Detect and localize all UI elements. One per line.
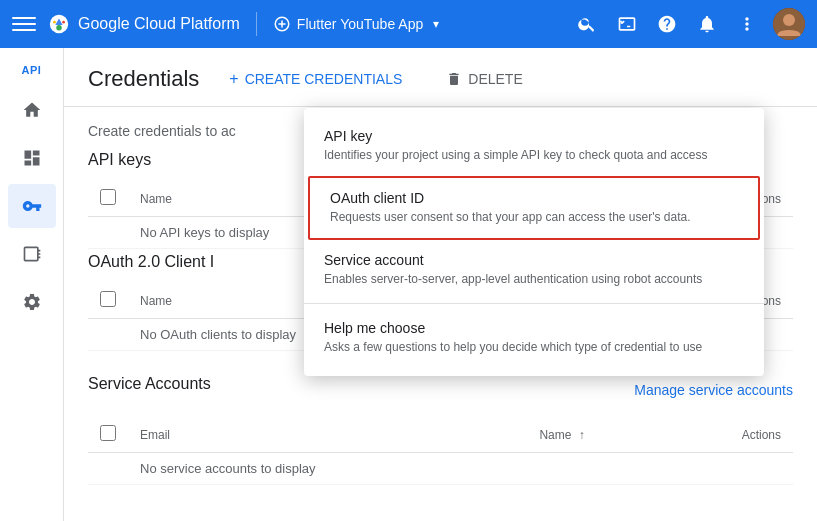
credentials-dropdown: API key Identifies your project using a … xyxy=(304,108,764,376)
dropdown-oauth-desc: Requests user consent so that your app c… xyxy=(330,209,738,226)
project-dropdown-arrow: ▾ xyxy=(433,17,439,31)
create-credentials-label: CREATE CREDENTIALS xyxy=(245,71,403,87)
main-content: Credentials + CREATE CREDENTIALS DELETE … xyxy=(64,48,817,521)
delete-label: DELETE xyxy=(468,71,522,87)
manage-service-accounts-link[interactable]: Manage service accounts xyxy=(634,382,793,398)
main-header: Credentials + CREATE CREDENTIALS DELETE xyxy=(64,48,817,107)
gcp-logo-icon xyxy=(48,13,70,35)
svg-point-6 xyxy=(783,14,795,26)
topbar-logo: Google Cloud Platform xyxy=(48,13,240,35)
sidebar-item-integrations[interactable] xyxy=(8,232,56,276)
sidebar-item-settings[interactable] xyxy=(8,280,56,324)
topbar-divider xyxy=(256,12,257,36)
delete-icon xyxy=(446,71,462,87)
dropdown-item-api-key[interactable]: API key Identifies your project using a … xyxy=(304,116,764,176)
service-accounts-empty-row: No service accounts to display xyxy=(88,453,793,485)
svg-point-2 xyxy=(53,21,56,24)
project-name: Flutter YouTube App xyxy=(297,16,423,32)
service-accounts-actions-col: Actions xyxy=(666,417,793,453)
dropdown-api-key-title: API key xyxy=(324,128,744,144)
menu-icon[interactable] xyxy=(12,12,36,36)
dropdown-api-key-desc: Identifies your project using a simple A… xyxy=(324,147,744,164)
service-accounts-table: Email Name ↑ Actions No service accounts… xyxy=(88,417,793,485)
avatar-image xyxy=(773,8,805,40)
service-accounts-name-col: Name ↑ xyxy=(527,417,666,453)
project-selector[interactable]: Flutter YouTube App ▾ xyxy=(273,15,439,33)
avatar[interactable] xyxy=(773,8,805,40)
delete-button[interactable]: DELETE xyxy=(432,65,536,93)
page-title: Credentials xyxy=(88,66,199,92)
sidebar-item-credentials[interactable] xyxy=(8,184,56,228)
dropdown-item-help-choose[interactable]: Help me choose Asks a few questions to h… xyxy=(304,308,764,368)
notifications-button[interactable] xyxy=(689,6,725,42)
dropdown-oauth-title: OAuth client ID xyxy=(330,190,738,206)
project-icon xyxy=(273,15,291,33)
topbar-title: Google Cloud Platform xyxy=(78,15,240,33)
service-accounts-section: Service Accounts Manage service accounts… xyxy=(64,363,817,497)
dropdown-service-account-desc: Enables server-to-server, app-level auth… xyxy=(324,271,744,288)
dropdown-item-oauth-client-id[interactable]: OAuth client ID Requests user consent so… xyxy=(308,176,760,240)
oauth-select-all[interactable] xyxy=(100,291,116,307)
plus-icon: + xyxy=(229,70,238,88)
api-keys-select-all[interactable] xyxy=(100,189,116,205)
help-button[interactable] xyxy=(649,6,685,42)
service-accounts-empty-message: No service accounts to display xyxy=(128,453,527,485)
service-accounts-select-all[interactable] xyxy=(100,425,116,441)
service-accounts-email-col: Email xyxy=(128,417,527,453)
dropdown-divider xyxy=(304,303,764,304)
dropdown-help-title: Help me choose xyxy=(324,320,744,336)
sidebar: API xyxy=(0,48,64,521)
sidebar-item-dashboard[interactable] xyxy=(8,136,56,180)
sidebar-api-label: API xyxy=(22,64,42,76)
service-accounts-title: Service Accounts xyxy=(88,375,211,393)
search-button[interactable] xyxy=(569,6,605,42)
sidebar-item-home[interactable] xyxy=(8,88,56,132)
create-credentials-button[interactable]: + CREATE CREDENTIALS xyxy=(215,64,416,94)
dropdown-service-account-title: Service account xyxy=(324,252,744,268)
svg-point-3 xyxy=(62,21,65,24)
layout: API Credentials + CREATE CREDENTIALS xyxy=(0,48,817,521)
svg-point-1 xyxy=(56,25,62,30)
dropdown-help-desc: Asks a few questions to help you decide … xyxy=(324,339,744,356)
dropdown-item-service-account[interactable]: Service account Enables server-to-server… xyxy=(304,240,764,300)
more-options-button[interactable] xyxy=(729,6,765,42)
cloud-shell-button[interactable] xyxy=(609,6,645,42)
topbar-icons xyxy=(569,6,805,42)
topbar: Google Cloud Platform Flutter YouTube Ap… xyxy=(0,0,817,48)
service-accounts-header: Service Accounts Manage service accounts xyxy=(88,375,793,405)
